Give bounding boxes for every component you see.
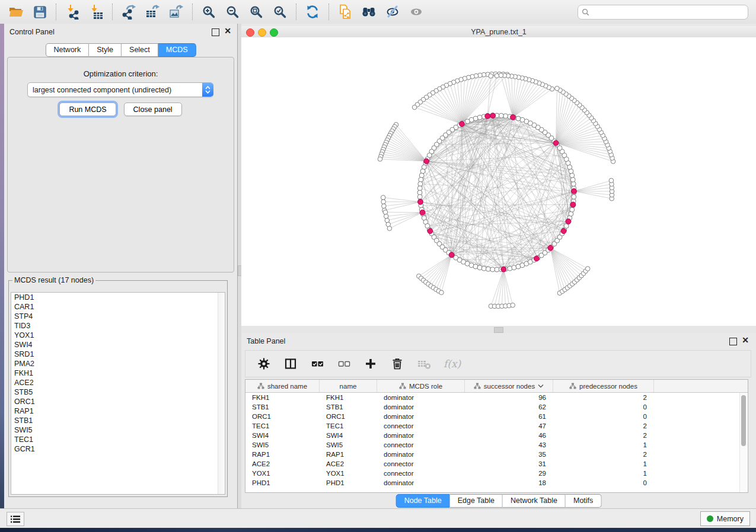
table-cell[interactable]: STB1 (320, 403, 377, 411)
splitter-handle[interactable] (494, 327, 503, 333)
column-header-shared-name[interactable]: shared name (245, 380, 320, 392)
dominator-node[interactable] (424, 159, 429, 164)
memory-button[interactable]: Memory (700, 511, 750, 526)
ring-node[interactable] (508, 266, 512, 271)
mcds-result-list[interactable]: PHD1CAR1STP4TID3YOX1SWI4SRD1PMA2FKH1ACE2… (11, 292, 225, 495)
table-cell[interactable]: 35 (465, 451, 553, 458)
leaf-node[interactable] (383, 210, 388, 214)
criterion-dropdown[interactable]: largest connected component (undirected) (27, 82, 213, 97)
ring-node[interactable] (419, 177, 423, 182)
tab-style[interactable]: Style (89, 43, 122, 57)
table-cell[interactable]: TEC1 (245, 422, 320, 430)
leaf-node[interactable] (382, 204, 387, 209)
table-cell[interactable]: FKH1 (245, 394, 320, 401)
tab-network-table[interactable]: Network Table (503, 494, 566, 508)
run-mcds-button[interactable]: Run MCDS (59, 102, 116, 116)
table-row[interactable]: SWI4SWI4dominator462 (245, 431, 748, 440)
float-panel-icon[interactable] (729, 338, 737, 345)
ring-node[interactable] (571, 181, 576, 186)
deselect-all-icon[interactable] (337, 357, 351, 371)
table-cell[interactable]: ORC1 (245, 413, 320, 420)
table-cell[interactable]: 29 (465, 470, 553, 477)
horizontal-splitter[interactable] (241, 326, 756, 333)
import-network-icon[interactable] (62, 3, 82, 21)
ring-node[interactable] (570, 207, 575, 212)
result-item[interactable]: FKH1 (11, 368, 225, 378)
network-canvas[interactable] (241, 37, 756, 326)
search-field[interactable] (578, 5, 748, 20)
open-file-icon[interactable] (6, 3, 26, 21)
result-item[interactable]: TEC1 (11, 435, 225, 444)
table-cell[interactable]: PHD1 (245, 479, 320, 486)
table-cell[interactable]: connector (377, 441, 465, 448)
result-item[interactable]: SRD1 (11, 350, 225, 359)
table-cell[interactable]: 2 (553, 422, 654, 430)
leaf-node[interactable] (384, 214, 388, 219)
table-cell[interactable]: RAP1 (320, 451, 377, 458)
column-header-name[interactable]: name (320, 380, 377, 392)
result-item[interactable]: TID3 (11, 321, 225, 331)
table-row[interactable]: ORC1ORC1dominator610 (245, 412, 748, 421)
export-table-icon[interactable] (142, 3, 162, 21)
clone-network-icon[interactable] (335, 3, 355, 21)
table-cell[interactable]: 1 (553, 460, 654, 467)
refresh-layout-icon[interactable] (302, 3, 323, 21)
ring-node[interactable] (570, 177, 575, 182)
zoom-selected-icon[interactable] (270, 3, 290, 21)
table-cell[interactable]: 0 (553, 403, 654, 411)
leaf-node[interactable] (378, 157, 382, 162)
leaf-node[interactable] (412, 105, 417, 110)
column-header-predecessor-nodes[interactable]: predecessor nodes (553, 380, 654, 392)
result-item[interactable]: SWI5 (11, 425, 225, 435)
column-header-successor-nodes[interactable]: successor nodes (465, 380, 553, 392)
tab-motifs[interactable]: Motifs (566, 494, 601, 508)
table-cell[interactable]: connector (377, 422, 465, 430)
float-panel-icon[interactable] (212, 28, 219, 36)
dominator-node[interactable] (572, 188, 577, 194)
node-table[interactable]: shared namenameMCDS rolesuccessor nodesp… (245, 379, 748, 493)
table-cell[interactable]: 61 (465, 413, 553, 420)
table-cell[interactable]: 46 (465, 432, 553, 439)
zoom-in-icon[interactable] (199, 3, 219, 21)
dominator-node[interactable] (570, 202, 576, 207)
dominator-node[interactable] (548, 245, 553, 251)
ring-node[interactable] (417, 194, 422, 199)
table-cell[interactable]: STB1 (245, 403, 320, 411)
table-cell[interactable]: 96 (465, 394, 553, 401)
close-panel-icon[interactable]: ✕ (742, 336, 749, 344)
result-item[interactable]: ORC1 (11, 397, 225, 406)
column-header-MCDS-role[interactable]: MCDS role (377, 380, 465, 392)
table-row[interactable]: STB1STB1dominator620 (245, 402, 748, 412)
table-row[interactable]: RAP1RAP1dominator352 (245, 450, 748, 459)
dominator-node[interactable] (511, 114, 516, 120)
table-cell[interactable]: ACE2 (245, 460, 320, 467)
table-cell[interactable]: ORC1 (320, 413, 377, 420)
export-network-icon[interactable] (119, 3, 139, 21)
ring-node[interactable] (419, 173, 424, 178)
table-cell[interactable]: SWI4 (320, 432, 377, 439)
result-item[interactable]: CAR1 (11, 302, 225, 312)
ring-node[interactable] (486, 267, 490, 271)
save-session-icon[interactable] (30, 3, 50, 21)
table-cell[interactable]: connector (377, 460, 465, 467)
table-row[interactable]: ACE2ACE2connector311 (245, 459, 748, 469)
leaf-node[interactable] (489, 73, 493, 78)
table-cell[interactable]: FKH1 (320, 394, 377, 401)
dominator-node[interactable] (420, 210, 425, 215)
export-image-icon[interactable] (166, 3, 186, 21)
result-item[interactable]: STB5 (11, 387, 225, 397)
ring-node[interactable] (572, 194, 576, 199)
table-cell[interactable]: 0 (553, 413, 654, 420)
ring-node[interactable] (477, 265, 482, 270)
table-cell[interactable]: dominator (377, 432, 465, 439)
table-cell[interactable]: dominator (377, 413, 465, 420)
dominator-node[interactable] (566, 219, 571, 224)
scrollbar-thumb[interactable] (741, 395, 746, 446)
table-cell[interactable]: 2 (553, 394, 654, 401)
table-cell[interactable]: 2 (553, 451, 654, 458)
result-item[interactable]: STB1 (11, 416, 225, 425)
delete-rows-icon[interactable] (390, 357, 404, 371)
network-graph[interactable] (241, 37, 756, 326)
table-cell[interactable]: 2 (553, 432, 654, 439)
leaf-node[interactable] (495, 73, 499, 78)
